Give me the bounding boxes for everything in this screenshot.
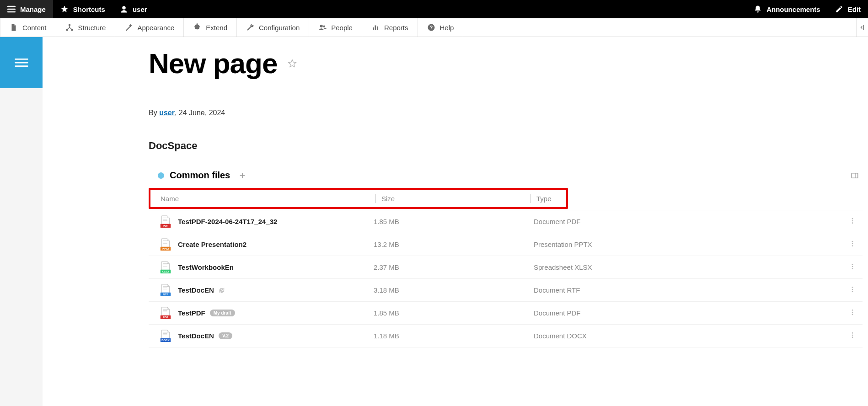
row-more-button[interactable] [846, 217, 859, 226]
file-name[interactable]: TestWorkbookEn [178, 263, 234, 271]
edit-label: Edit [848, 5, 861, 13]
panel-icon [851, 171, 859, 180]
help-icon: ? [427, 23, 435, 32]
adminmenu-structure[interactable]: Structure [56, 18, 116, 37]
file-name[interactable]: TestPDF-2024-06-24T17_24_32 [178, 218, 277, 225]
row-more-button[interactable] [846, 263, 859, 272]
file-name[interactable]: TestDocEN [178, 286, 214, 294]
column-separator [375, 194, 376, 203]
adminmenu-content[interactable]: Content [0, 18, 56, 37]
row-more-button[interactable] [846, 240, 859, 249]
byline-author-link[interactable]: user [159, 109, 175, 117]
star-icon [60, 5, 69, 13]
pdf-file-icon: PDF [160, 307, 171, 320]
star-outline-icon [287, 59, 297, 69]
file-name-cell: TestPDFMy draft [178, 309, 374, 317]
file-name-cell: TestDocENV.2 [178, 332, 374, 340]
file-name[interactable]: TestPDF [178, 309, 205, 317]
svg-point-41 [852, 337, 853, 338]
table-row[interactable]: XLSX TestWorkbookEn2.37 MBSpreadsheet XL… [149, 256, 863, 279]
svg-point-25 [852, 266, 853, 267]
svg-rect-7 [375, 26, 376, 31]
file-list: PDF TestPDF-2024-06-24T17_24_321.85 MBDo… [149, 210, 863, 347]
user-button[interactable]: user [113, 0, 155, 18]
svg-text:DOCX: DOCX [161, 339, 169, 342]
adminmenu-extend[interactable]: Extend [184, 18, 237, 37]
svg-point-24 [852, 264, 853, 265]
row-more-button[interactable] [846, 286, 859, 295]
byline-sep: , [175, 109, 179, 117]
svg-point-0 [122, 6, 126, 10]
content-area: New page By user, 24 June, 2024 DocSpace… [43, 37, 868, 406]
more-vertical-icon [849, 331, 856, 339]
table-row[interactable]: RTF TestDocEN3.18 MBDocument RTF [149, 279, 863, 302]
shortcuts-button[interactable]: Shortcuts [53, 0, 113, 18]
file-name[interactable]: Create Presentation2 [178, 240, 246, 248]
sidebar [0, 37, 43, 406]
file-type: Presentation PPTX [534, 240, 691, 248]
file-badge: My draft [210, 310, 235, 316]
table-row[interactable]: DOCX TestDocENV.21.18 MBDocument DOCX [149, 325, 863, 347]
row-more-button[interactable] [846, 309, 859, 318]
file-type: Document DOCX [534, 332, 691, 340]
adminmenu-configuration[interactable]: Configuration [237, 18, 309, 37]
docspace: Common files Name Size Type [149, 170, 863, 347]
puzzle-icon [193, 23, 201, 32]
rtf-file-icon: RTF [160, 284, 171, 297]
column-separator [530, 194, 531, 203]
docspace-header: Common files [149, 170, 863, 181]
column-header-name[interactable]: Name [161, 195, 375, 203]
adminmenu-structure-label: Structure [78, 24, 106, 32]
svg-text:RTF: RTF [163, 293, 168, 296]
svg-point-39 [852, 332, 853, 334]
file-type: Document PDF [534, 309, 691, 317]
sidebar-menu-button[interactable] [0, 37, 43, 88]
row-more-button[interactable] [846, 331, 859, 341]
edit-button[interactable]: Edit [828, 0, 868, 18]
svg-point-29 [852, 287, 853, 288]
column-header-type[interactable]: Type [536, 195, 562, 203]
folder-dot-icon [158, 172, 164, 179]
file-type: Document PDF [534, 218, 691, 225]
svg-point-26 [852, 268, 853, 269]
column-header-size[interactable]: Size [381, 195, 530, 203]
table-row[interactable]: PPTX Create Presentation213.2 MBPresenta… [149, 233, 863, 256]
svg-point-35 [852, 311, 853, 313]
svg-point-36 [852, 314, 853, 315]
file-size: 1.85 MB [374, 218, 534, 225]
svg-point-34 [852, 310, 853, 311]
wrench-icon [246, 23, 254, 32]
structure-icon [65, 23, 74, 32]
manage-label: Manage [20, 5, 46, 13]
panel-toggle-button[interactable] [851, 171, 859, 180]
more-vertical-icon [849, 286, 856, 293]
adminmenu-people[interactable]: People [309, 18, 362, 37]
add-file-button[interactable] [238, 171, 246, 180]
collapse-menu-button[interactable] [856, 18, 868, 37]
topbar: Manage Shortcuts user Announcements Edit [0, 0, 868, 18]
file-size: 1.85 MB [374, 309, 534, 317]
manage-button[interactable]: Manage [0, 0, 53, 18]
table-row[interactable]: PDF TestPDF-2024-06-24T17_24_321.85 MBDo… [149, 210, 863, 233]
byline-date: 24 June, 2024 [179, 109, 225, 117]
people-icon [318, 23, 327, 32]
adminmenu-help-label: Help [440, 24, 454, 32]
adminmenu-people-label: People [331, 24, 353, 32]
favorite-star-button[interactable] [287, 59, 297, 69]
user-icon [120, 5, 128, 13]
adminmenu-configuration-label: Configuration [259, 24, 300, 32]
more-vertical-icon [849, 263, 856, 270]
file-name-cell: TestWorkbookEn [178, 263, 374, 271]
file-name[interactable]: TestDocEN [178, 332, 214, 340]
announcements-button[interactable]: Announcements [746, 0, 828, 18]
file-name-cell: Create Presentation2 [178, 240, 374, 248]
sync-icon [219, 287, 225, 294]
svg-text:XLSX: XLSX [162, 270, 169, 273]
adminmenu-reports[interactable]: Reports [362, 18, 418, 37]
adminmenu-help[interactable]: ? Help [418, 18, 464, 37]
adminmenu-appearance-label: Appearance [137, 24, 174, 32]
svg-point-16 [852, 222, 853, 224]
adminmenu-appearance[interactable]: Appearance [115, 18, 184, 37]
table-row[interactable]: PDF TestPDFMy draft1.85 MBDocument PDF [149, 302, 863, 325]
svg-text:PDF: PDF [163, 316, 168, 319]
